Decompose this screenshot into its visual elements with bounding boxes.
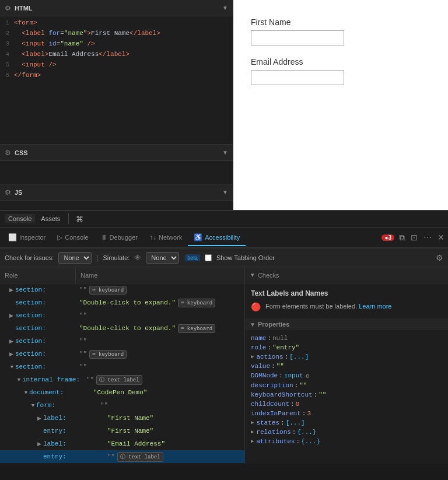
assets-tab-button[interactable]: Assets (37, 214, 64, 223)
tree-row[interactable]: ▶ label: "First Name" (0, 412, 244, 425)
tab-inspector[interactable]: ⬜ Inspector (2, 230, 51, 246)
split-view-button[interactable]: ⧉ (398, 232, 406, 244)
prop-row: ▶ actions : [...] (251, 352, 442, 362)
expand-icon[interactable]: ▶ (9, 313, 15, 318)
tab-console[interactable]: ▷ Console (51, 230, 94, 246)
tree-row[interactable]: ▼ form: "" (0, 399, 244, 412)
chevron-down-icon[interactable]: ▼ (222, 5, 228, 11)
separator (68, 213, 69, 224)
prop-value: "" (299, 382, 307, 389)
accessibility-icon: ♿ (194, 233, 202, 241)
expand-icon[interactable]: ▶ (9, 351, 15, 357)
prop-row: childCount : 0 (251, 400, 442, 409)
tab-console-label: Console (65, 234, 88, 241)
properties-header[interactable]: ▼ Properties (245, 318, 448, 330)
code-line: 4 <label>Email Address</label> (0, 50, 233, 61)
js-panel-header: ⚙ JS ▼ (0, 184, 233, 201)
simulate-select[interactable]: None (146, 252, 179, 264)
gear-icon: ⚙ (5, 149, 11, 157)
tree-row[interactable]: section: "Double-click to expand." ⌨ key… (0, 296, 244, 309)
tree-row[interactable]: ▶ section: "" (0, 463, 244, 464)
prop-key: relations (256, 429, 290, 436)
tab-accessibility-label: Accessibility (205, 234, 240, 241)
popout-button[interactable]: ⊡ (410, 232, 419, 243)
prop-value[interactable]: [...] (286, 419, 305, 426)
tree-role: section: (15, 299, 79, 306)
properties-list: name : null role : "entry" ▶ actions (251, 334, 442, 446)
expand-icon[interactable]: ▶ (9, 338, 15, 344)
properties-title: Properties (258, 321, 289, 328)
prop-key: actions (256, 353, 283, 360)
prop-value[interactable]: input (284, 372, 303, 380)
prop-row: name : null (251, 334, 442, 343)
show-tabbing-order-checkbox[interactable] (205, 254, 212, 261)
tree-header-row: Role Name (0, 267, 244, 283)
tab-network-label: Network (159, 234, 182, 241)
expand-icon[interactable]: ▶ (37, 415, 43, 421)
email-address-input[interactable] (251, 70, 344, 85)
html-panel-header: ⚙ HTML ▼ (0, 0, 233, 16)
prop-value[interactable]: [...] (289, 353, 309, 360)
expand-icon[interactable]: ▶ (251, 419, 254, 426)
tab-accessibility[interactable]: ♿ Accessibility (188, 230, 246, 246)
tree-row[interactable]: ▼ internal frame: "" ⓘ text label (0, 373, 244, 386)
tree-role: internal frame: (22, 376, 86, 383)
check-issues-select[interactable]: None (58, 252, 92, 264)
collapse-icon[interactable]: ▼ (30, 402, 36, 408)
prop-row: ▶ attributes : {...} (251, 437, 442, 446)
code-line: 2 <label for="name">First Name</label> (0, 29, 233, 40)
gear-icon[interactable]: ⚙ (306, 372, 310, 380)
tree-name: "First Name" (107, 415, 242, 422)
chevron-down-icon[interactable]: ▼ (222, 149, 228, 156)
prop-key: description (251, 382, 293, 389)
settings-gear-icon[interactable]: ⚙ (436, 253, 443, 262)
tree-name: "First Name" (107, 428, 242, 435)
tree-row[interactable]: ▶ section: "" (0, 309, 244, 322)
tree-role: section: (15, 312, 79, 319)
prop-value: null (272, 335, 288, 342)
expand-icon[interactable]: ▶ (251, 438, 254, 445)
first-name-field-group: First Name (251, 17, 344, 45)
tree-row[interactable]: section: "Double-click to expand." ⌨ key… (0, 322, 244, 335)
tree-row[interactable]: ▶ label: "Email Address" (0, 437, 244, 450)
tree-row[interactable]: ▼ section: "" (0, 360, 244, 373)
checks-panel: ▼ Checks Text Labels and Names 🔴 Form el… (245, 267, 448, 464)
keyboard-badge: ⌨ keyboard (178, 299, 215, 307)
prop-value[interactable]: {...} (301, 438, 320, 445)
console-tab-button[interactable]: Console (5, 214, 35, 223)
prop-key: childCount (251, 401, 289, 408)
devtools-top-bar: Console Assets ⌘ (0, 210, 448, 227)
tree-role: entry: (43, 428, 107, 435)
js-panel-title: JS (15, 189, 22, 196)
tab-debugger[interactable]: ⏸ Debugger (94, 230, 144, 246)
expand-icon[interactable]: ▶ (9, 287, 15, 293)
text-label-badge: ⓘ text label (96, 375, 142, 385)
tree-row[interactable]: ▶ section: "" ⌨ keyboard (0, 283, 244, 296)
expand-icon[interactable]: ▶ (37, 441, 43, 447)
expand-icon[interactable]: ▶ (251, 353, 254, 360)
collapse-icon[interactable]: ▼ (9, 364, 15, 370)
more-options-button[interactable]: ⋯ (422, 232, 433, 243)
tree-name: "Double-click to expand." ⌨ keyboard (79, 299, 242, 307)
css-panel-title: CSS (15, 149, 28, 156)
tree-row[interactable]: ▶ section: "" ⌨ keyboard (0, 348, 244, 360)
tree-content[interactable]: ▶ section: "" ⌨ keyboard section: "Doubl… (0, 283, 244, 464)
learn-more-link[interactable]: Learn more (359, 303, 391, 310)
tree-row[interactable]: ▶ section: "" (0, 335, 244, 348)
tree-row[interactable]: entry: "" ⓘ text label (0, 450, 244, 463)
first-name-input[interactable] (251, 30, 344, 45)
chevron-icon[interactable]: ▼ (250, 272, 256, 278)
prop-value[interactable]: {...} (297, 429, 316, 436)
check-error-text: Form elements must be labeled. Learn mor… (265, 302, 391, 311)
collapse-icon[interactable]: ▼ (23, 390, 29, 395)
code-line: 3 <input id="name" /> (0, 40, 233, 50)
expand-icon[interactable]: ▶ (251, 429, 254, 436)
chevron-down-icon[interactable]: ▼ (222, 189, 228, 195)
collapse-icon[interactable]: ▼ (16, 377, 22, 383)
tree-row[interactable]: ▼ document: "CodePen Demo" (0, 386, 244, 399)
close-button[interactable]: ✕ (436, 232, 446, 243)
command-icon: ⌘ (74, 213, 86, 225)
tree-row[interactable]: entry: "First Name" (0, 425, 244, 437)
tab-network[interactable]: ↑↓ Network (144, 230, 188, 246)
bottom-area: Role Name ▶ section: "" ⌨ keyboard (0, 267, 448, 464)
